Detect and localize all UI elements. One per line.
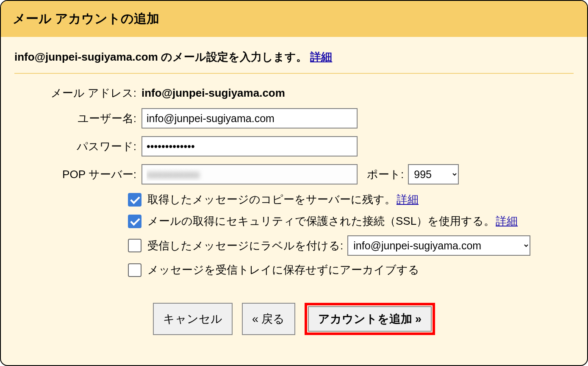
use-ssl-checkbox[interactable] — [128, 215, 141, 228]
instruction-text: info@junpei-sugiyama.com のメール設定を入力します。 — [14, 50, 307, 63]
archive-checkbox[interactable] — [128, 263, 141, 277]
leave-copy-detail-link[interactable]: 詳細 — [397, 192, 419, 207]
row-apply-label: 受信したメッセージにラベルを付ける: info@junpei-sugiyama.… — [128, 235, 574, 256]
row-pop-server: POP サーバー: ポート: 995 — [14, 164, 574, 184]
button-row: キャンセル « 戻る アカウントを追加 » — [14, 303, 574, 335]
add-mail-account-dialog: メール アカウントの追加 info@junpei-sugiyama.com のメ… — [0, 0, 588, 366]
username-input[interactable] — [141, 108, 358, 129]
port-select[interactable]: 995 — [408, 164, 459, 184]
apply-label-text: 受信したメッセージにラベルを付ける: — [147, 238, 343, 253]
pop-server-input[interactable] — [141, 164, 358, 184]
instruction-line: info@junpei-sugiyama.com のメール設定を入力します。 詳… — [14, 50, 574, 64]
row-email: メール アドレス: info@junpei-sugiyama.com — [14, 86, 574, 101]
row-username: ユーザー名: — [14, 108, 574, 129]
pop-server-label: POP サーバー: — [14, 167, 141, 182]
use-ssl-detail-link[interactable]: 詳細 — [496, 214, 518, 229]
cancel-button[interactable]: キャンセル — [153, 303, 233, 335]
row-leave-copy: 取得したメッセージのコピーをサーバーに残す。 詳細 — [128, 192, 574, 207]
add-account-highlight: アカウントを追加 » — [305, 303, 435, 335]
username-label: ユーザー名: — [14, 111, 141, 126]
use-ssl-label: メールの取得にセキュリティで保護された接続（SSL）を使用する。 — [147, 214, 495, 229]
instruction-detail-link[interactable]: 詳細 — [310, 50, 332, 63]
separator — [14, 73, 574, 74]
row-archive: メッセージを受信トレイに保存せずにアーカイブする — [128, 263, 574, 277]
email-label: メール アドレス: — [14, 86, 141, 101]
dialog-body: info@junpei-sugiyama.com のメール設定を入力します。 詳… — [1, 37, 587, 352]
password-label: パスワード: — [14, 139, 141, 154]
email-value: info@junpei-sugiyama.com — [141, 87, 285, 100]
archive-label: メッセージを受信トレイに保存せずにアーカイブする — [147, 263, 419, 277]
password-input[interactable] — [141, 136, 358, 156]
apply-label-checkbox[interactable] — [128, 239, 141, 252]
add-account-button[interactable]: アカウントを追加 » — [308, 306, 432, 332]
dialog-title: メール アカウントの追加 — [1, 1, 587, 37]
row-password: パスワード: — [14, 136, 574, 156]
leave-copy-checkbox[interactable] — [128, 193, 141, 207]
leave-copy-label: 取得したメッセージのコピーをサーバーに残す。 — [147, 192, 396, 207]
port-label: ポート: — [367, 167, 404, 182]
apply-label-select[interactable]: info@junpei-sugiyama.com — [347, 235, 530, 256]
row-use-ssl: メールの取得にセキュリティで保護された接続（SSL）を使用する。 詳細 — [128, 214, 574, 229]
back-button[interactable]: « 戻る — [242, 303, 295, 335]
